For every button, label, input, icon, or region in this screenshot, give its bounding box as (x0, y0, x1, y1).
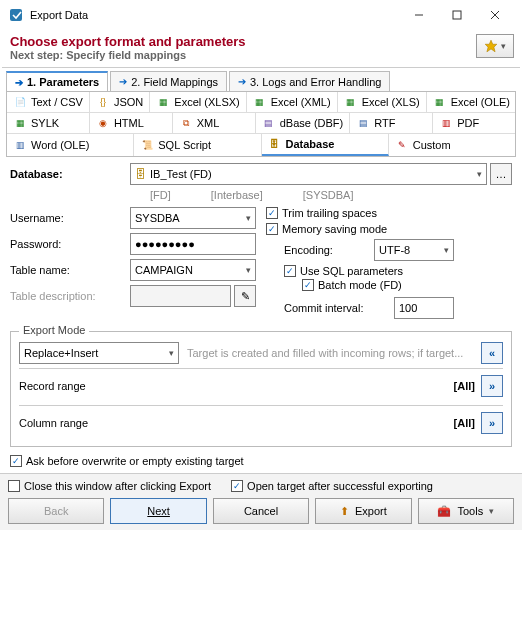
titlebar: Export Data (0, 0, 522, 30)
fmt-database[interactable]: 🗄Database (262, 134, 389, 156)
fmt-xls[interactable]: ▦Excel (XLS) (338, 92, 427, 112)
word-icon: ▥ (13, 138, 27, 152)
chevron-down-icon: ▾ (444, 245, 449, 255)
username-label: Username: (10, 212, 130, 224)
arrow-icon: ➔ (238, 76, 246, 87)
svg-rect-0 (10, 9, 22, 21)
form-body: Database: 🗄IB_Test (FD) ▾ … [FD][Interba… (0, 157, 522, 473)
close-button[interactable] (476, 2, 514, 28)
dbf-icon: ▤ (262, 116, 276, 130)
table-label: Table name: (10, 264, 130, 276)
svg-marker-5 (485, 40, 497, 52)
footer: Close this window after clicking Export … (0, 473, 522, 530)
fmt-sylk[interactable]: ▦SYLK (7, 113, 90, 133)
open-after-checkbox[interactable]: ✓Open target after successful exporting (231, 480, 433, 492)
fmt-dbf[interactable]: ▤dBase (DBF) (256, 113, 351, 133)
desc-edit-button[interactable]: ✎ (234, 285, 256, 307)
encoding-combo[interactable]: UTF-8▾ (374, 239, 454, 261)
json-icon: {} (96, 95, 110, 109)
arrow-icon: ➔ (15, 77, 23, 88)
minimize-button[interactable] (400, 2, 438, 28)
ask-overwrite-checkbox[interactable]: ✓Ask before overwrite or empty existing … (10, 455, 512, 467)
custom-icon: ✎ (395, 138, 409, 152)
export-mode-group: Export Mode Replace+Insert▾ Target is cr… (10, 331, 512, 447)
fmt-html[interactable]: ◉HTML (90, 113, 173, 133)
record-range-value: [All] (454, 380, 475, 392)
column-range-label: Column range (19, 417, 454, 429)
sqlparams-checkbox[interactable]: ✓Use SQL parameters (284, 265, 512, 277)
next-button[interactable]: Next (110, 498, 206, 524)
memory-checkbox[interactable]: ✓Memory saving mode (266, 223, 512, 235)
text-icon: 📄 (13, 95, 27, 109)
html-icon: ◉ (96, 116, 110, 130)
window-title: Export Data (30, 9, 400, 21)
database-meta: [FD][Interbase][SYSDBA] (10, 189, 512, 201)
fmt-sql[interactable]: 📜SQL Script (134, 134, 261, 156)
maximize-button[interactable] (438, 2, 476, 28)
export-mode-combo[interactable]: Replace+Insert▾ (19, 342, 179, 364)
fmt-json[interactable]: {}JSON (90, 92, 150, 112)
database-label: Database: (10, 168, 130, 180)
record-range-expand-button[interactable]: » (481, 375, 503, 397)
fmt-excel-xml[interactable]: ▦Excel (XML) (247, 92, 338, 112)
sql-icon: 📜 (140, 138, 154, 152)
desc-label: Table description: (10, 290, 130, 302)
page-subtitle: Next step: Specify field mappings (10, 49, 512, 61)
excel-icon: ▦ (344, 95, 358, 109)
favorites-button[interactable]: ▾ (476, 34, 514, 58)
fmt-excel-ole[interactable]: ▦Excel (OLE) (427, 92, 516, 112)
tab-field-mappings[interactable]: ➔2. Field Mappings (110, 71, 227, 91)
arrow-icon: ➔ (119, 76, 127, 87)
username-input[interactable]: SYSDBA▾ (130, 207, 256, 229)
pencil-icon: ✎ (241, 290, 250, 303)
record-range-label: Record range (19, 380, 454, 392)
fmt-rtf[interactable]: ▤RTF (350, 113, 433, 133)
fmt-pdf[interactable]: ▥PDF (433, 113, 515, 133)
sylk-icon: ▦ (13, 116, 27, 130)
close-after-checkbox[interactable]: Close this window after clicking Export (8, 480, 211, 492)
fmt-custom[interactable]: ✎Custom (389, 134, 515, 156)
header: Choose export format and parameters Next… (0, 30, 522, 67)
format-grid: 📄Text / CSV {}JSON ▦Excel (XLSX) ▦Excel … (6, 91, 516, 157)
xml-icon: ⧉ (179, 116, 193, 130)
column-range-expand-button[interactable]: » (481, 412, 503, 434)
tools-icon: 🧰 (437, 505, 451, 518)
svg-rect-2 (453, 11, 461, 19)
column-range-value: [All] (454, 417, 475, 429)
commit-label: Commit interval: (284, 302, 394, 314)
fmt-xml[interactable]: ⧉XML (173, 113, 256, 133)
database-browse-button[interactable]: … (490, 163, 512, 185)
chevron-down-icon: ▾ (246, 265, 251, 275)
fmt-xlsx[interactable]: ▦Excel (XLSX) (150, 92, 246, 112)
cancel-button[interactable]: Cancel (213, 498, 309, 524)
table-combo[interactable]: CAMPAIGN▾ (130, 259, 256, 281)
excel-icon: ▦ (253, 95, 267, 109)
chevron-down-icon: ▾ (501, 41, 506, 51)
password-input[interactable]: ●●●●●●●●● (130, 233, 256, 255)
back-button[interactable]: Back (8, 498, 104, 524)
fmt-word[interactable]: ▥Word (OLE) (7, 134, 134, 156)
tab-parameters[interactable]: ➔1. Parameters (6, 71, 108, 91)
chevron-down-icon: ▾ (477, 169, 482, 179)
database-combo[interactable]: 🗄IB_Test (FD) ▾ (130, 163, 487, 185)
page-title: Choose export format and parameters (10, 34, 512, 49)
app-icon (8, 7, 24, 23)
password-label: Password: (10, 238, 130, 250)
rtf-icon: ▤ (356, 116, 370, 130)
excel-icon: ▦ (156, 95, 170, 109)
commit-input[interactable]: 100 (394, 297, 454, 319)
excel-icon: ▦ (433, 95, 447, 109)
tab-logs[interactable]: ➔3. Logs and Error Handling (229, 71, 390, 91)
export-button[interactable]: ⬆Export (315, 498, 411, 524)
chevron-down-icon: ▾ (489, 506, 494, 516)
export-icon: ⬆ (340, 505, 349, 518)
chevron-down-icon: ▾ (246, 213, 251, 223)
tools-button[interactable]: 🧰Tools▾ (418, 498, 514, 524)
desc-input[interactable] (130, 285, 231, 307)
trim-checkbox[interactable]: ✓Trim trailing spaces (266, 207, 512, 219)
collapse-button[interactable]: « (481, 342, 503, 364)
fmt-text[interactable]: 📄Text / CSV (7, 92, 90, 112)
batch-checkbox[interactable]: ✓Batch mode (FD) (302, 279, 512, 291)
chevron-down-icon: ▾ (169, 348, 174, 358)
export-mode-label: Export Mode (19, 324, 89, 336)
